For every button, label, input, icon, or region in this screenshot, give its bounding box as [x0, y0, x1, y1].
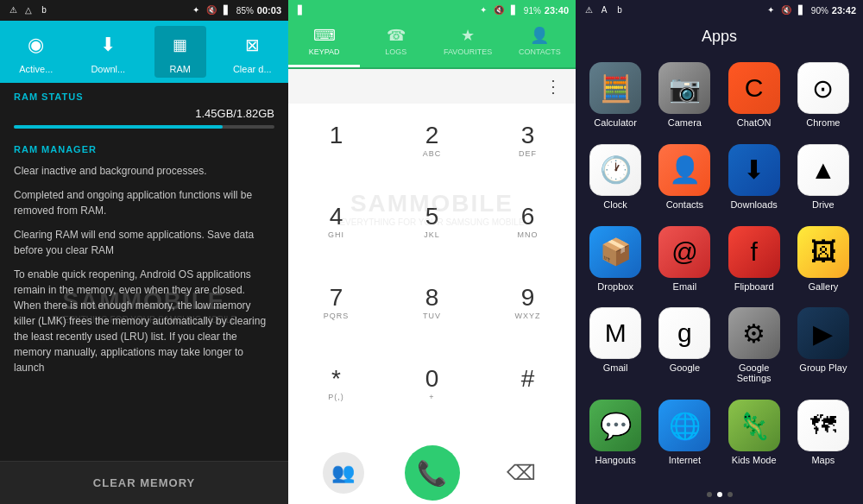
toolbar-ram[interactable]: ▦ RAM [154, 26, 206, 78]
app-item-camera[interactable]: 📷Camera [653, 62, 715, 137]
page-dot-2[interactable] [728, 492, 733, 497]
app-item-chrome[interactable]: ⊙Chrome [792, 62, 854, 137]
ram-amount: 1.45GB/1.82GB [14, 107, 274, 120]
fav-tab-label: FAVOURITES [444, 47, 492, 56]
app-icon-clock: 🕐 [589, 144, 641, 196]
alert-icon: ⚠ [7, 5, 19, 16]
page-dot-1[interactable] [717, 492, 722, 497]
keypad-key-2[interactable]: 2ABC [384, 110, 480, 173]
fav-tab-icon: ★ [461, 26, 475, 45]
app-label-googlesettings: Google Settings [723, 362, 785, 383]
app-label-drive: Drive [812, 199, 835, 210]
dots-indicator [576, 485, 863, 504]
ram-progress-bg [14, 125, 274, 129]
p3-b-icon: b [614, 5, 626, 16]
p2-status-right: ✦ 🔇 ▋ 91% 23:40 [477, 5, 569, 16]
app-icon-internet: 🌐 [658, 400, 710, 451]
dialer-tabs: ⌨ KEYPAD ☎ LOGS ★ FAVOURITES 👤 CONTACTS [288, 21, 576, 69]
tab-logs[interactable]: ☎ LOGS [360, 21, 432, 67]
p3-bt-icon: ✦ [765, 5, 777, 16]
tab-contacts[interactable]: 👤 CONTACTS [504, 21, 576, 67]
keypad-key-9[interactable]: 9WXYZ [480, 273, 576, 335]
keypad-key-5[interactable]: 5JKL [384, 192, 480, 254]
app-item-email[interactable]: @Email [653, 226, 715, 301]
dialer-call-button[interactable]: 📞 [405, 445, 460, 501]
status-bar-3: ⚠ A b ✦ 🔇 ▋ 90% 23:42 [576, 0, 863, 21]
ram-status-label: RAM STATUS [14, 91, 274, 102]
app-item-googlesettings[interactable]: ⚙Google Settings [723, 307, 785, 393]
keypad-grid: 12ABC3DEF4GHI5JKL6MNO7PQRS8TUV9WXYZ*P(,)… [288, 104, 576, 442]
p2-signal-icon: ▋ [295, 5, 307, 16]
call-btn-icon: 📞 [417, 459, 447, 488]
keypad-key-8[interactable]: 8TUV [384, 273, 480, 335]
p3-signal-icon: ▋ [796, 5, 808, 16]
app-label-google: Google [670, 362, 700, 373]
keypad-key-7[interactable]: 7PQRS [288, 273, 384, 335]
dialer-panel: ▋ ✦ 🔇 ▋ 91% 23:40 ⌨ KEYPAD ☎ LOGS ★ FAVO… [288, 0, 576, 504]
app-item-downloads[interactable]: ⬇Downloads [723, 144, 785, 219]
app-item-maps[interactable]: 🗺Maps [792, 400, 854, 475]
app-item-calculator[interactable]: 🧮Calculator [584, 62, 646, 137]
keypad-key-4[interactable]: 4GHI [288, 192, 384, 254]
app-item-groupplay[interactable]: ▶Group Play [792, 307, 854, 393]
b-icon: b [38, 5, 50, 16]
app-item-contacts[interactable]: 👤Contacts [653, 144, 715, 219]
clear-icon: ⊠ [236, 29, 268, 60]
apps-grid: 🧮Calculator📷CameraCChatON⊙Chrome🕐Clock👤C… [576, 52, 863, 485]
keypad-key-#[interactable]: # [480, 354, 576, 416]
keypad-tab-label: KEYPAD [309, 47, 340, 56]
app-item-hangouts[interactable]: 💬Hangouts [584, 400, 646, 475]
app-label-internet: Internet [669, 455, 701, 465]
status-bar-right: ✦ 🔇 ▋ 85% 00:03 [190, 5, 281, 16]
keypad-tab-icon: ⌨ [313, 26, 336, 45]
apps-header: Apps [576, 21, 863, 52]
apps-title: Apps [702, 28, 737, 46]
keypad-key-0[interactable]: 0+ [384, 354, 480, 416]
app-item-internet[interactable]: 🌐Internet [653, 400, 715, 475]
app-item-gallery[interactable]: 🖼Gallery [792, 226, 854, 301]
clear-label: Clear d... [233, 64, 272, 74]
page-dot-0[interactable] [707, 492, 712, 497]
keypad-key-6[interactable]: 6MNO [480, 192, 576, 254]
app-item-dropbox[interactable]: 📦Dropbox [584, 226, 646, 301]
clear-memory-button[interactable]: CLEAR MEMORY [0, 461, 288, 504]
app-item-google[interactable]: gGoogle [653, 307, 715, 393]
keypad-key-1[interactable]: 1 [288, 110, 384, 173]
app-label-kidsmode: Kids Mode [732, 455, 777, 465]
app-icon-calculator: 🧮 [589, 62, 641, 114]
app-icon-downloads: ⬇ [728, 144, 780, 196]
app-label-gmail: Gmail [603, 362, 628, 373]
keypad-key-*[interactable]: *P(,) [288, 354, 384, 416]
contacts-btn-icon: 👥 [331, 462, 355, 484]
app-item-flipboard[interactable]: fFlipboard [723, 226, 785, 301]
ram-icon: ▦ [165, 29, 196, 60]
active-icon: ◉ [21, 29, 52, 60]
toolbar-active[interactable]: ◉ Active... [10, 29, 62, 74]
keypad-key-3[interactable]: 3DEF [480, 110, 576, 173]
app-label-hangouts: Hangouts [595, 455, 636, 465]
app-item-chaton[interactable]: CChatON [723, 62, 785, 137]
app-label-gallery: Gallery [808, 281, 838, 292]
app-label-maps: Maps [811, 455, 835, 465]
dialer-more-options[interactable]: ⋮ [545, 76, 562, 97]
logs-tab-label: LOGS [385, 47, 406, 56]
toolbar-downloads[interactable]: ⬇ Downl... [82, 29, 134, 74]
toolbar-1: ◉ Active... ⬇ Downl... ▦ RAM ⊠ Clear d..… [0, 21, 288, 83]
app-icon-flipboard: f [728, 226, 780, 278]
app-item-clock[interactable]: 🕐Clock [584, 144, 646, 219]
tab-favourites[interactable]: ★ FAVOURITES [432, 21, 504, 67]
app-icon-gmail: M [589, 307, 641, 359]
toolbar-clear[interactable]: ⊠ Clear d... [226, 29, 278, 74]
app-label-dropbox: Dropbox [597, 281, 633, 292]
ram-text-3: Clearing RAM will end some applications.… [14, 227, 274, 258]
dialer-delete-button[interactable]: ⌫ [501, 452, 542, 494]
app-item-drive[interactable]: ▲Drive [792, 144, 854, 219]
app-label-clock: Clock [603, 199, 627, 210]
tab-keypad[interactable]: ⌨ KEYPAD [288, 21, 360, 67]
app-label-downloads: Downloads [730, 199, 777, 210]
app-item-kidsmode[interactable]: 🦎Kids Mode [723, 400, 785, 475]
ram-label: RAM [170, 64, 191, 74]
dialer-contacts-button[interactable]: 👥 [323, 452, 364, 494]
app-item-gmail[interactable]: MGmail [584, 307, 646, 393]
triangle-icon: △ [22, 5, 35, 16]
